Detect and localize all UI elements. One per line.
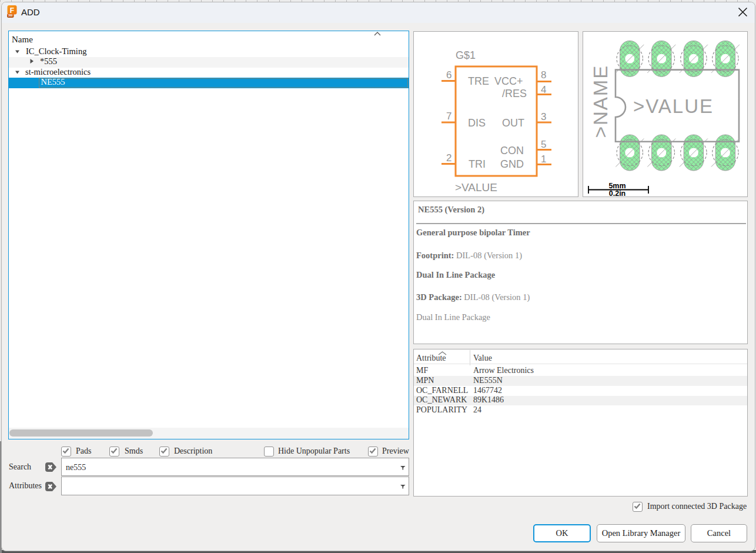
svg-text:0.2in: 0.2in <box>609 189 626 196</box>
svg-text:>NAME: >NAME <box>590 65 611 138</box>
svg-text:CON: CON <box>500 145 524 156</box>
svg-text:>VALUE: >VALUE <box>455 181 497 194</box>
svg-text:3: 3 <box>541 111 546 122</box>
svg-text:8: 8 <box>541 69 546 81</box>
svg-text:5: 5 <box>541 139 546 150</box>
svg-text:G$1: G$1 <box>456 49 476 61</box>
svg-text:GND: GND <box>500 158 524 170</box>
svg-text:360: 360 <box>8 14 13 17</box>
svg-text:>VALUE: >VALUE <box>633 95 714 117</box>
svg-text:TRI: TRI <box>469 158 486 170</box>
svg-text:OUT: OUT <box>502 117 524 129</box>
svg-text:VCC+: VCC+ <box>494 75 523 87</box>
svg-text:2: 2 <box>446 152 451 164</box>
svg-text:1: 1 <box>541 154 546 165</box>
svg-text:DIS: DIS <box>468 117 486 129</box>
svg-text:/RES: /RES <box>502 88 527 99</box>
svg-text:F: F <box>10 6 14 15</box>
svg-text:6: 6 <box>446 69 451 81</box>
svg-text:TRE: TRE <box>468 75 489 87</box>
svg-text:5mm: 5mm <box>608 182 625 190</box>
svg-text:7: 7 <box>446 111 451 122</box>
svg-text:4: 4 <box>541 84 546 95</box>
